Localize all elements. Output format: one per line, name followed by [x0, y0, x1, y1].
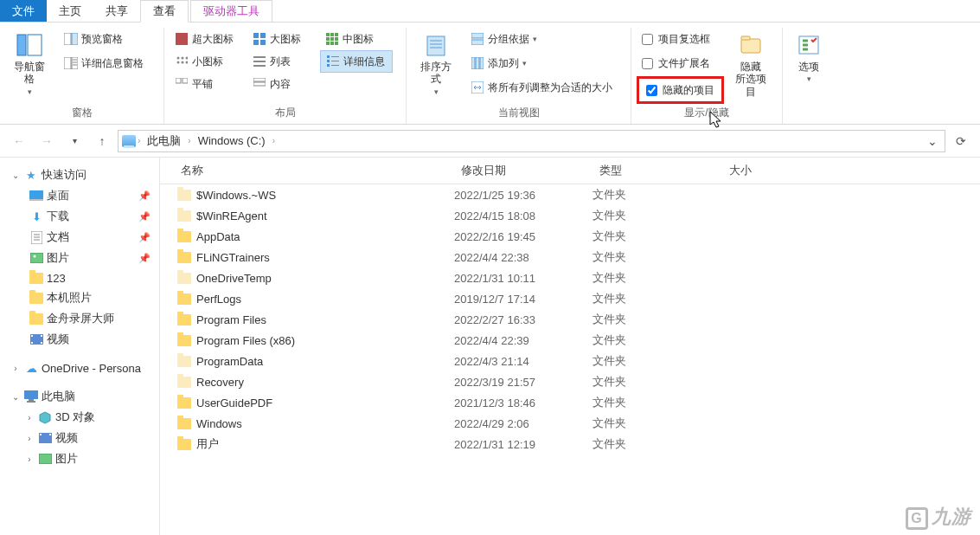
details-pane-button[interactable]: 详细信息窗格 [59, 52, 149, 74]
folder-icon [29, 291, 43, 305]
tree-videos[interactable]: 视频 [0, 329, 159, 350]
svg-rect-18 [330, 37, 334, 41]
column-header-name[interactable]: 名称 [160, 158, 454, 184]
breadcrumb-drive[interactable]: Windows (C:) [193, 132, 271, 149]
svg-point-25 [186, 57, 189, 60]
svg-rect-42 [427, 36, 445, 55]
tiles-view-button[interactable]: 平铺 [170, 73, 247, 95]
tree-jinzhou[interactable]: 金舟录屏大师 [0, 308, 159, 329]
back-button[interactable]: ← [7, 129, 31, 153]
file-row[interactable]: Windows2022/4/29 2:06文件夹 [160, 413, 980, 434]
details-view-button[interactable]: 详细信息 [320, 50, 393, 73]
file-row[interactable]: Recovery2022/3/19 21:57文件夹 [160, 371, 980, 392]
cloud-icon: ☁ [24, 361, 38, 375]
file-row[interactable]: UserGuidePDF2021/12/3 18:46文件夹 [160, 392, 980, 413]
sort-by-button[interactable]: 排序方式 ▾ [412, 28, 460, 100]
fit-columns-button[interactable]: 将所有列调整为合适的大小 [465, 76, 618, 99]
svg-point-24 [182, 57, 184, 60]
add-columns-button[interactable]: 添加列▾ [465, 52, 618, 74]
tree-documents[interactable]: 文档📌 [0, 227, 159, 248]
file-name: $WinREAgent [196, 209, 267, 222]
file-row[interactable]: AppData2022/2/16 19:45文件夹 [160, 226, 980, 247]
file-row[interactable]: Program Files (x86)2022/4/4 22:39文件夹 [160, 330, 980, 351]
tree-3d-objects[interactable]: ›3D 对象 [0, 407, 159, 428]
tree-local-photos[interactable]: 本机照片 [0, 287, 159, 308]
file-date: 2022/4/3 21:14 [454, 355, 592, 368]
breadcrumb-this-pc[interactable]: 此电脑 [142, 132, 186, 151]
folder-icon [177, 231, 191, 242]
file-row[interactable]: $Windows.~WS2022/1/25 19:36文件夹 [160, 184, 980, 205]
collapse-icon: ⌄ [10, 392, 21, 402]
tree-pictures2[interactable]: ›图片 [0, 448, 159, 469]
star-icon: ★ [24, 168, 38, 182]
file-row[interactable]: FLiNGTrainers2022/4/4 22:38文件夹 [160, 247, 980, 268]
address-dropdown-button[interactable]: ⌄ [924, 129, 941, 153]
tree-videos2[interactable]: ›视频 [0, 428, 159, 448]
forward-button[interactable]: → [35, 129, 59, 153]
content-view-button[interactable]: 内容 [247, 73, 320, 95]
large-icons-button[interactable]: 大图标 [247, 28, 320, 50]
medium-icons-button[interactable]: 中图标 [320, 28, 393, 50]
tree-onedrive[interactable]: ›☁OneDrive - Persona [0, 358, 159, 377]
navigation-pane-button[interactable]: 导航窗格 ▾ [5, 28, 54, 100]
hidden-items-toggle[interactable]: 隐藏的项目 [641, 79, 720, 101]
options-button[interactable]: 选项 ▾ [788, 28, 829, 87]
file-row[interactable]: $WinREAgent2022/4/15 18:08文件夹 [160, 205, 980, 226]
file-name: Recovery [196, 376, 244, 389]
breadcrumb-sep[interactable]: › [272, 136, 275, 145]
tab-drive-tools[interactable]: 驱动器工具 [190, 0, 272, 22]
file-name: AppData [196, 230, 240, 243]
file-row[interactable]: ProgramData2022/4/3 21:14文件夹 [160, 351, 980, 371]
file-row[interactable]: 用户2022/1/31 12:19文件夹 [160, 434, 980, 454]
tree-folder-123[interactable]: 123 [0, 268, 159, 287]
preview-pane-button[interactable]: 预览窗格 [59, 28, 149, 50]
tree-this-pc[interactable]: ⌄此电脑 [0, 386, 159, 407]
column-header-type[interactable]: 类型 [592, 158, 722, 184]
breadcrumb-sep[interactable]: › [138, 136, 140, 145]
tree-downloads[interactable]: ⬇下载📌 [0, 206, 159, 227]
tree-desktop[interactable]: 桌面📌 [0, 185, 159, 206]
svg-rect-16 [335, 33, 338, 36]
tab-home[interactable]: 主页 [47, 0, 93, 22]
file-type: 文件夹 [592, 395, 722, 410]
svg-rect-21 [330, 42, 334, 45]
tab-share[interactable]: 共享 [93, 0, 140, 22]
small-icons-button[interactable]: 小图标 [170, 50, 247, 73]
file-row[interactable]: OneDriveTemp2022/1/31 10:11文件夹 [160, 268, 980, 288]
extra-large-icons-button[interactable]: 超大图标 [170, 28, 247, 50]
svg-rect-60 [29, 199, 43, 201]
svg-point-27 [182, 61, 184, 64]
file-name: UserGuidePDF [196, 396, 272, 409]
tree-pictures[interactable]: 图片📌 [0, 248, 159, 268]
file-extensions-toggle[interactable]: 文件扩展名 [637, 52, 724, 74]
svg-rect-65 [30, 253, 43, 263]
recent-locations-button[interactable]: ▾ [62, 129, 86, 153]
file-type: 文件夹 [592, 312, 722, 327]
chevron-down-icon: ▾ [28, 87, 32, 96]
tab-file[interactable]: 文件 [0, 0, 47, 22]
list-view-button[interactable]: 列表 [247, 50, 320, 73]
details-pane-icon [64, 56, 78, 70]
item-checkboxes-toggle[interactable]: 项目复选框 [637, 28, 724, 50]
checkbox[interactable] [646, 85, 657, 96]
up-button[interactable]: ↑ [90, 129, 114, 153]
navigation-tree: ⌄★快速访问 桌面📌 ⬇下载📌 文档📌 图片📌 123 本机照片 金舟录屏大师 … [0, 158, 160, 535]
svg-rect-74 [27, 401, 35, 403]
checkbox[interactable] [642, 58, 653, 69]
tab-view[interactable]: 查看 [140, 0, 189, 23]
svg-rect-46 [471, 33, 484, 38]
group-by-button[interactable]: 分组依据▾ [465, 28, 618, 50]
folder-icon [177, 377, 191, 388]
column-header-date[interactable]: 修改日期 [454, 158, 592, 184]
file-row[interactable]: PerfLogs2019/12/7 17:14文件夹 [160, 288, 980, 309]
checkbox[interactable] [642, 34, 653, 45]
breadcrumb-sep[interactable]: › [188, 136, 190, 145]
column-header-size[interactable]: 大小 [722, 158, 826, 184]
columns-icon [471, 56, 484, 70]
address-bar[interactable]: › 此电脑 › Windows (C:) › ⌄ [118, 130, 945, 152]
tree-quick-access[interactable]: ⌄★快速访问 [0, 164, 159, 185]
file-row[interactable]: Program Files2022/2/27 16:33文件夹 [160, 309, 980, 330]
refresh-button[interactable]: ⟳ [949, 129, 973, 153]
pc-icon [24, 390, 38, 403]
hide-selected-button[interactable]: 隐藏 所选项目 [729, 28, 772, 101]
